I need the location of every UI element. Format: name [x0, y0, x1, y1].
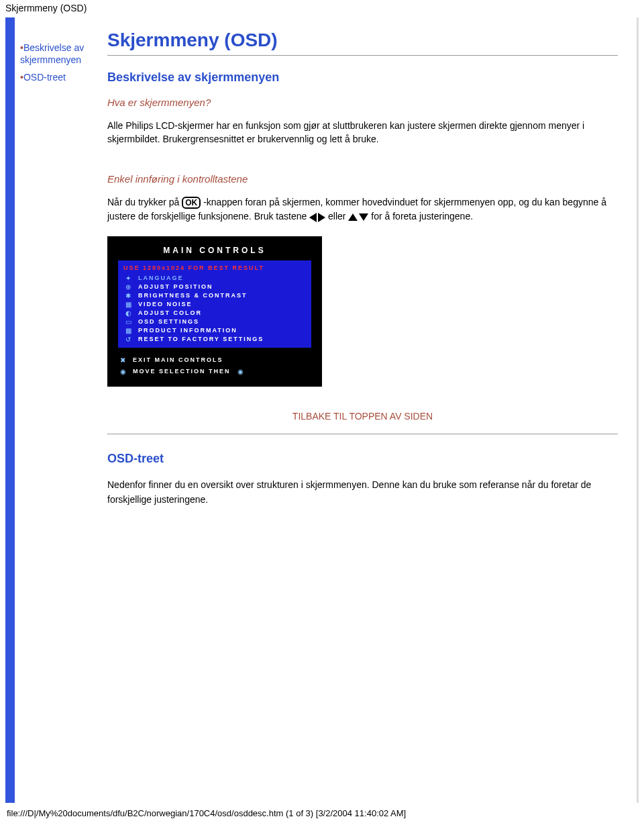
osd-item-label: OSD SETTINGS: [138, 318, 199, 325]
osd-menu-item: ▦VIDEO NOISE: [123, 300, 306, 309]
osd-item-icon: ↺: [123, 336, 133, 343]
move-icon: ◉: [118, 368, 127, 375]
main-content: Skjermmeny (OSD) Beskrivelse av skjermme…: [103, 30, 637, 520]
osd-item-icon: ▭: [123, 318, 133, 326]
osd-item-label: BRIGHTNESS & CONTRAST: [138, 292, 248, 299]
ok-button-icon: OK: [182, 197, 201, 209]
osd-item-icon: ▦: [123, 301, 133, 308]
osd-item-icon: ✦: [123, 275, 133, 282]
osd-item-label: PRODUCT INFORMATION: [138, 327, 237, 334]
sub-question: Hva er skjermmenyen?: [107, 97, 618, 108]
osd-menu-item: ↺RESET TO FACTORY SETTINGS: [123, 335, 306, 344]
osd-menu-item: ▭OSD SETTINGS: [123, 318, 306, 326]
osd-item-icon: ▦: [123, 327, 133, 334]
osd-move-label: MOVE SELECTION THEN: [133, 368, 231, 375]
osd-exit-label: EXIT MAIN CONTROLS: [133, 356, 223, 363]
up-down-arrows-icon: [348, 213, 368, 221]
osd-item-label: RESET TO FACTORY SETTINGS: [138, 336, 264, 342]
section-heading-osdtreet: OSD-treet: [107, 452, 618, 466]
left-right-arrows-icon: [309, 213, 325, 222]
move-icon-2: ◉: [236, 368, 246, 375]
osd-item-icon: ✱: [123, 292, 133, 299]
sub-heading-controls: Enkel innføring i kontrolltastene: [107, 173, 618, 185]
osd-item-label: VIDEO NOISE: [138, 301, 193, 307]
osd-menu-item: ✦LANGUAGE: [123, 274, 306, 283]
osd-menu-item: ▦PRODUCT INFORMATION: [123, 326, 306, 335]
osd-screenshot: MAIN CONTROLS USE 1280x1024 FOR BEST RES…: [107, 236, 322, 387]
sidebar: •Beskrivelse av skjermmenyen •OSD-treet: [15, 30, 103, 89]
osd-item-label: LANGUAGE: [138, 275, 184, 281]
osd-menu-item: ✱BRIGHTNESS & CONTRAST: [123, 291, 306, 300]
sidebar-link[interactable]: OSD-treet: [23, 72, 66, 83]
sidebar-item-beskrivelse[interactable]: •Beskrivelse av skjermmenyen: [20, 42, 101, 66]
osd-item-label: ADJUST COLOR: [138, 309, 202, 316]
window-title: Skjermmeny (OSD): [0, 0, 644, 16]
back-to-top[interactable]: TILBAKE TIL TOPPEN AV SIDEN: [107, 411, 618, 422]
osd-move-row: ◉ MOVE SELECTION THEN ◉: [118, 366, 311, 377]
osd-exit-row: ✖ EXIT MAIN CONTROLS: [118, 354, 311, 366]
page-title: Skjermmeny (OSD): [107, 30, 618, 51]
intro-paragraph: Alle Philips LCD-skjermer har en funksjo…: [107, 119, 618, 146]
osd-title: MAIN CONTROLS: [118, 246, 311, 255]
osd-item-icon: ⊕: [123, 283, 133, 291]
osdtree-paragraph: Nedenfor finner du en oversikt over stru…: [107, 478, 618, 507]
page-frame: •Beskrivelse av skjermmenyen •OSD-treet …: [5, 17, 639, 803]
osd-subtitle: USE 1280x1024 FOR BEST RESULT: [123, 264, 306, 271]
back-to-top-link[interactable]: TILBAKE TIL TOPPEN AV SIDEN: [292, 411, 433, 422]
sidebar-link[interactable]: Beskrivelse av skjermmenyen: [20, 42, 84, 65]
osd-item-label: ADJUST POSITION: [138, 283, 213, 290]
section-heading-beskrivelse: Beskrivelse av skjermmenyen: [107, 70, 618, 85]
divider: [107, 55, 618, 56]
divider: [107, 434, 618, 434]
osd-menu-item: ⊕ADJUST POSITION: [123, 283, 306, 291]
sidebar-item-osdtreet[interactable]: •OSD-treet: [20, 71, 101, 83]
controls-paragraph: Når du trykker på OK -knappen foran på s…: [107, 195, 618, 224]
exit-icon: ✖: [118, 356, 127, 364]
osd-menu-item: ◐ADJUST COLOR: [123, 309, 306, 318]
footer-path: file:///D|/My%20documents/dfu/B2C/norweg…: [0, 803, 644, 824]
osd-item-icon: ◐: [123, 309, 133, 317]
